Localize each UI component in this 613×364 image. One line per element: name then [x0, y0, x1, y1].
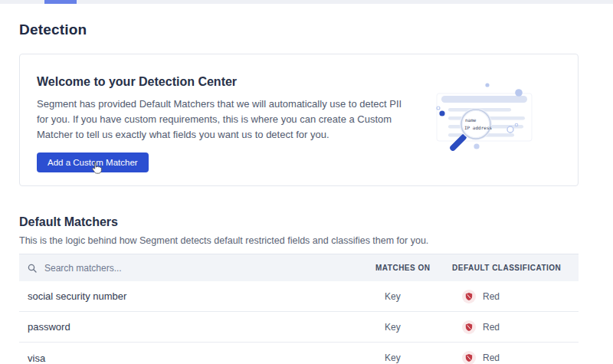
decor-dot — [515, 89, 523, 97]
matcher-classification: Red — [452, 320, 579, 334]
welcome-card: Welcome to your Detection Center Segment… — [19, 54, 579, 186]
matcher-name: social security number — [19, 290, 375, 302]
search-input[interactable] — [43, 262, 288, 274]
decor-ring — [507, 126, 513, 133]
classification-badge — [462, 290, 476, 303]
active-tab-indicator[interactable] — [44, 0, 77, 4]
default-matchers-title: Default Matchers — [19, 215, 579, 229]
page-content: Detection Welcome to your Detection Cent… — [19, 21, 579, 364]
detection-illustration: name IP address — [423, 74, 562, 180]
matcher-name: password — [19, 321, 375, 333]
matcher-classification: Red — [452, 351, 579, 364]
shield-icon — [465, 292, 473, 301]
mouse-cursor-pointer — [90, 161, 102, 174]
classification-badge — [462, 351, 476, 364]
matchers-table: MATCHES ON DEFAULT CLASSIFICATION social… — [19, 254, 579, 364]
classification-label: Red — [483, 322, 500, 333]
column-header-matches-on: MATCHES ON — [375, 264, 452, 272]
column-header-default-classification: DEFAULT CLASSIFICATION — [452, 264, 579, 272]
decor-dot — [474, 143, 479, 149]
search-field[interactable] — [19, 262, 375, 274]
classification-label: Red — [483, 353, 500, 363]
search-icon — [28, 264, 37, 273]
matcher-row[interactable]: password Key Red — [19, 312, 579, 343]
classification-badge — [462, 320, 476, 334]
matcher-classification: Red — [452, 290, 579, 303]
tab-bar-edge — [0, 0, 613, 4]
lens-label-ip: IP address — [464, 125, 493, 130]
welcome-body: Segment has provided Default Matchers th… — [37, 97, 406, 143]
decor-dot — [485, 83, 489, 87]
default-matchers-subtitle: This is the logic behind how Segment det… — [19, 234, 579, 247]
matcher-matches-on: Key — [375, 291, 452, 302]
matcher-name: visa — [19, 353, 375, 364]
matcher-row[interactable]: social security number Key Red — [19, 281, 579, 312]
decor-dot — [439, 110, 444, 116]
document-header-bar — [441, 96, 527, 103]
matcher-matches-on: Key — [375, 353, 452, 363]
matchers-rows: social security number Key Red password … — [19, 281, 579, 364]
page-title: Detection — [19, 21, 579, 38]
shield-icon — [465, 353, 473, 362]
shield-icon — [465, 323, 473, 332]
matcher-matches-on: Key — [375, 322, 452, 333]
lens-label-name: name — [465, 117, 477, 123]
matcher-row[interactable]: visa Key Red — [19, 343, 579, 364]
classification-label: Red — [483, 291, 500, 302]
matchers-table-header: MATCHES ON DEFAULT CLASSIFICATION — [19, 254, 579, 281]
